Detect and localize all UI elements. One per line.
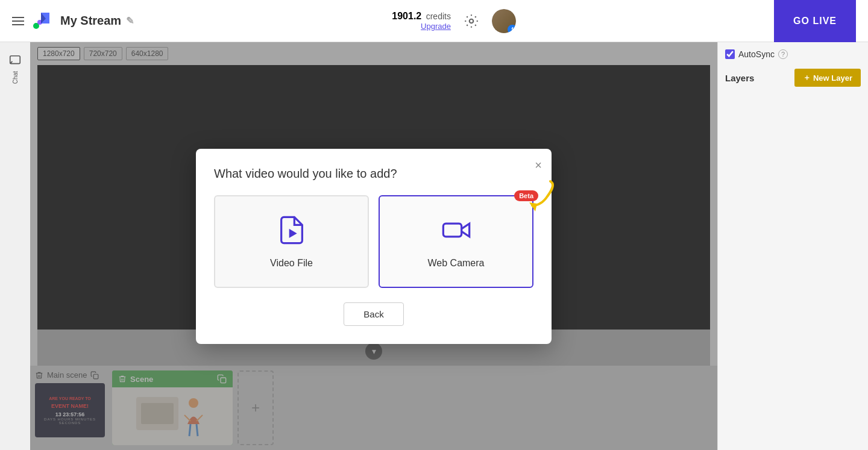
facebook-badge: f xyxy=(508,25,516,33)
plus-icon: ＋ xyxy=(803,72,811,83)
avatar[interactable]: f xyxy=(492,9,516,33)
stream-title: My Stream ✎ xyxy=(60,14,134,28)
autosync-row: AutoSync ? xyxy=(725,49,861,59)
video-file-option[interactable]: Video File xyxy=(214,195,369,288)
go-live-button[interactable]: GO LIVE xyxy=(774,0,856,42)
upgrade-link[interactable]: Upgrade xyxy=(392,22,451,31)
modal-options: Video File Beta Web C xyxy=(214,195,533,288)
svg-marker-15 xyxy=(289,228,297,237)
beta-badge: Beta xyxy=(514,190,538,201)
autosync-label: AutoSync xyxy=(738,49,775,59)
menu-icon[interactable] xyxy=(12,17,24,25)
credits-info: 1901.2 credits Upgrade xyxy=(392,11,451,31)
edit-title-icon[interactable]: ✎ xyxy=(126,15,134,27)
sidebar-right: AutoSync ? Layers ＋ New Layer xyxy=(717,42,868,450)
layers-title: Layers xyxy=(725,73,754,83)
web-camera-option[interactable]: Beta Web Camera xyxy=(379,195,533,288)
sidebar-left: Chat xyxy=(0,42,30,450)
modal-close-button[interactable]: × xyxy=(535,158,542,172)
layers-header: Layers ＋ New Layer xyxy=(725,69,861,87)
header-left: My Stream ✎ xyxy=(12,10,134,32)
settings-icon[interactable] xyxy=(461,10,482,32)
autosync-checkbox[interactable] xyxy=(725,49,735,59)
web-camera-icon xyxy=(441,214,472,248)
modal-dialog: What video would you like to add? × Vide… xyxy=(196,149,552,344)
credits-amount: 1901.2 credits xyxy=(392,11,451,21)
modal-footer: Back xyxy=(214,302,533,326)
autosync-help-icon[interactable]: ? xyxy=(778,49,788,59)
header-center: 1901.2 credits Upgrade f xyxy=(392,9,516,33)
back-button[interactable]: Back xyxy=(344,302,403,326)
modal-overlay: What video would you like to add? × Vide… xyxy=(30,42,717,450)
svg-rect-17 xyxy=(443,223,461,237)
svg-marker-16 xyxy=(529,202,537,211)
app-logo xyxy=(31,10,53,32)
video-file-label: Video File xyxy=(270,258,313,269)
modal-title: What video would you like to add? xyxy=(214,167,533,181)
video-file-icon xyxy=(276,214,307,248)
chat-icon[interactable]: Chat xyxy=(8,54,22,84)
header: My Stream ✎ 1901.2 credits Upgrade f GO … xyxy=(0,0,868,42)
new-layer-button[interactable]: ＋ New Layer xyxy=(794,69,861,87)
svg-point-4 xyxy=(470,19,474,23)
web-camera-label: Web Camera xyxy=(428,258,485,269)
